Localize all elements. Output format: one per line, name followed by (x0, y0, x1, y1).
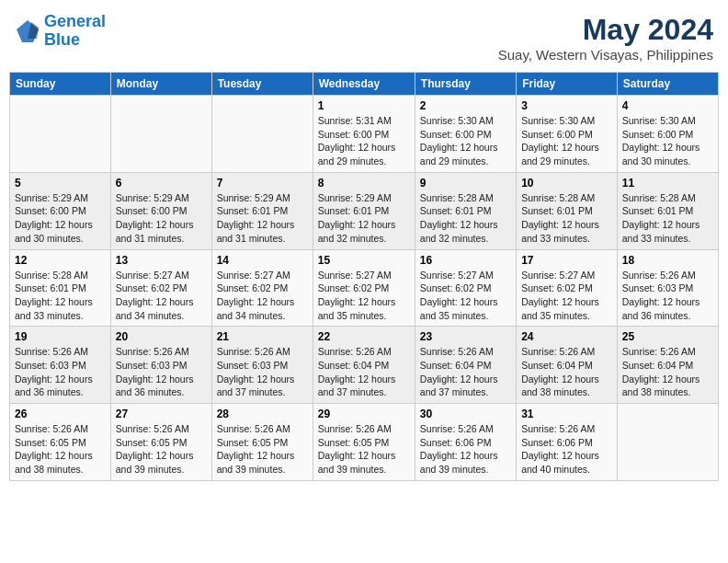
day-number: 23 (420, 330, 511, 343)
day-info: Sunrise: 5:26 AMSunset: 6:06 PMDaylight:… (420, 422, 511, 477)
day-number: 7 (217, 177, 308, 190)
weekday-header-wednesday: Wednesday (313, 73, 415, 96)
day-number: 15 (318, 254, 410, 267)
day-info: Sunrise: 5:26 AMSunset: 6:03 PMDaylight:… (116, 345, 207, 399)
day-info: Sunrise: 5:28 AMSunset: 6:01 PMDaylight:… (15, 269, 106, 323)
calendar-week-row: 26Sunrise: 5:26 AMSunset: 6:05 PMDayligh… (10, 404, 719, 481)
month-year-title: May 2024 (498, 13, 713, 47)
calendar-cell: 30Sunrise: 5:26 AMSunset: 6:06 PMDayligh… (415, 404, 516, 481)
day-number: 31 (521, 408, 612, 420)
weekday-header-tuesday: Tuesday (211, 73, 313, 96)
day-info: Sunrise: 5:26 AMSunset: 6:03 PMDaylight:… (217, 345, 308, 399)
logo-icon (15, 18, 40, 44)
calendar-cell: 24Sunrise: 5:26 AMSunset: 6:04 PMDayligh… (517, 327, 618, 404)
calendar-cell: 21Sunrise: 5:26 AMSunset: 6:03 PMDayligh… (211, 327, 313, 404)
day-info: Sunrise: 5:26 AMSunset: 6:04 PMDaylight:… (521, 345, 612, 399)
calendar-week-row: 19Sunrise: 5:26 AMSunset: 6:03 PMDayligh… (10, 327, 719, 404)
day-info: Sunrise: 5:27 AMSunset: 6:02 PMDaylight:… (116, 269, 207, 323)
weekday-header-sunday: Sunday (10, 73, 111, 96)
day-info: Sunrise: 5:26 AMSunset: 6:05 PMDaylight:… (318, 422, 410, 477)
calendar-cell: 18Sunrise: 5:26 AMSunset: 6:03 PMDayligh… (617, 249, 718, 327)
day-number: 28 (217, 408, 308, 420)
weekday-header-monday: Monday (110, 73, 211, 96)
day-number: 16 (420, 254, 511, 267)
calendar-cell: 14Sunrise: 5:27 AMSunset: 6:02 PMDayligh… (211, 249, 313, 327)
day-info: Sunrise: 5:26 AMSunset: 6:05 PMDaylight:… (217, 422, 308, 477)
day-number: 2 (420, 99, 511, 112)
calendar-cell: 2Sunrise: 5:30 AMSunset: 6:00 PMDaylight… (415, 96, 516, 173)
day-info: Sunrise: 5:31 AMSunset: 6:00 PMDaylight:… (318, 114, 410, 168)
day-info: Sunrise: 5:26 AMSunset: 6:04 PMDaylight:… (318, 345, 410, 399)
weekday-header-friday: Friday (517, 73, 618, 96)
weekday-header-thursday: Thursday (415, 73, 516, 96)
calendar-cell: 31Sunrise: 5:26 AMSunset: 6:06 PMDayligh… (517, 404, 618, 481)
day-number: 13 (116, 254, 207, 267)
day-info: Sunrise: 5:29 AMSunset: 6:01 PMDaylight:… (318, 191, 410, 246)
calendar-cell: 7Sunrise: 5:29 AMSunset: 6:01 PMDaylight… (211, 172, 313, 249)
day-info: Sunrise: 5:29 AMSunset: 6:00 PMDaylight:… (116, 191, 207, 246)
calendar-cell: 19Sunrise: 5:26 AMSunset: 6:03 PMDayligh… (10, 327, 111, 404)
calendar-week-row: 1Sunrise: 5:31 AMSunset: 6:00 PMDaylight… (10, 96, 719, 173)
calendar-cell: 13Sunrise: 5:27 AMSunset: 6:02 PMDayligh… (110, 249, 211, 327)
calendar-cell: 6Sunrise: 5:29 AMSunset: 6:00 PMDaylight… (110, 172, 211, 249)
calendar-cell: 10Sunrise: 5:28 AMSunset: 6:01 PMDayligh… (517, 172, 618, 249)
day-number: 20 (116, 330, 207, 343)
header: General Blue May 2024 Suay, Western Visa… (9, 9, 719, 66)
calendar-cell (10, 96, 111, 173)
day-number: 22 (318, 330, 410, 343)
day-number: 29 (318, 408, 410, 420)
day-number: 3 (521, 99, 612, 112)
day-info: Sunrise: 5:28 AMSunset: 6:01 PMDaylight:… (521, 191, 612, 246)
weekday-header-saturday: Saturday (617, 73, 718, 96)
day-number: 6 (116, 177, 207, 190)
day-info: Sunrise: 5:27 AMSunset: 6:02 PMDaylight:… (521, 269, 612, 323)
day-info: Sunrise: 5:29 AMSunset: 6:01 PMDaylight:… (217, 191, 308, 246)
day-number: 14 (217, 254, 308, 267)
calendar-cell: 9Sunrise: 5:28 AMSunset: 6:01 PMDaylight… (415, 172, 516, 249)
day-info: Sunrise: 5:26 AMSunset: 6:03 PMDaylight:… (15, 345, 106, 399)
calendar-cell: 16Sunrise: 5:27 AMSunset: 6:02 PMDayligh… (415, 249, 516, 327)
title-area: May 2024 Suay, Western Visayas, Philippi… (498, 13, 713, 63)
calendar-cell: 27Sunrise: 5:26 AMSunset: 6:05 PMDayligh… (110, 404, 211, 481)
calendar-cell: 29Sunrise: 5:26 AMSunset: 6:05 PMDayligh… (313, 404, 415, 481)
day-number: 10 (521, 177, 612, 190)
calendar-week-row: 12Sunrise: 5:28 AMSunset: 6:01 PMDayligh… (10, 249, 719, 327)
calendar-cell: 23Sunrise: 5:26 AMSunset: 6:04 PMDayligh… (415, 327, 516, 404)
day-number: 5 (15, 177, 106, 190)
logo-text: General Blue (44, 13, 106, 50)
day-number: 9 (420, 177, 511, 190)
calendar-cell: 8Sunrise: 5:29 AMSunset: 6:01 PMDaylight… (313, 172, 415, 249)
day-number: 26 (15, 408, 106, 420)
calendar-cell: 20Sunrise: 5:26 AMSunset: 6:03 PMDayligh… (110, 327, 211, 404)
calendar-cell: 22Sunrise: 5:26 AMSunset: 6:04 PMDayligh… (313, 327, 415, 404)
calendar-cell (110, 96, 211, 173)
calendar-cell: 28Sunrise: 5:26 AMSunset: 6:05 PMDayligh… (211, 404, 313, 481)
day-info: Sunrise: 5:29 AMSunset: 6:00 PMDaylight:… (15, 191, 106, 246)
logo: General Blue (15, 13, 106, 50)
day-number: 12 (15, 254, 106, 267)
day-number: 8 (318, 177, 410, 190)
calendar-table: SundayMondayTuesdayWednesdayThursdayFrid… (9, 72, 719, 481)
calendar-cell: 11Sunrise: 5:28 AMSunset: 6:01 PMDayligh… (617, 172, 718, 249)
day-info: Sunrise: 5:26 AMSunset: 6:06 PMDaylight:… (521, 422, 612, 477)
day-number: 4 (622, 99, 713, 112)
day-number: 18 (622, 254, 713, 267)
day-number: 11 (622, 177, 713, 190)
day-info: Sunrise: 5:30 AMSunset: 6:00 PMDaylight:… (420, 114, 511, 168)
day-number: 19 (15, 330, 106, 343)
day-info: Sunrise: 5:30 AMSunset: 6:00 PMDaylight:… (521, 114, 612, 168)
calendar-cell: 26Sunrise: 5:26 AMSunset: 6:05 PMDayligh… (10, 404, 111, 481)
weekday-header-row: SundayMondayTuesdayWednesdayThursdayFrid… (10, 73, 719, 96)
calendar-cell: 5Sunrise: 5:29 AMSunset: 6:00 PMDaylight… (10, 172, 111, 249)
day-info: Sunrise: 5:28 AMSunset: 6:01 PMDaylight:… (622, 191, 713, 246)
day-number: 25 (622, 330, 713, 343)
day-number: 21 (217, 330, 308, 343)
day-info: Sunrise: 5:26 AMSunset: 6:04 PMDaylight:… (622, 345, 713, 399)
calendar-cell: 4Sunrise: 5:30 AMSunset: 6:00 PMDaylight… (617, 96, 718, 173)
calendar-cell (617, 404, 718, 481)
calendar-cell: 15Sunrise: 5:27 AMSunset: 6:02 PMDayligh… (313, 249, 415, 327)
day-number: 30 (420, 408, 511, 420)
day-info: Sunrise: 5:26 AMSunset: 6:05 PMDaylight:… (116, 422, 207, 477)
day-info: Sunrise: 5:26 AMSunset: 6:04 PMDaylight:… (420, 345, 511, 399)
calendar-cell: 1Sunrise: 5:31 AMSunset: 6:00 PMDaylight… (313, 96, 415, 173)
